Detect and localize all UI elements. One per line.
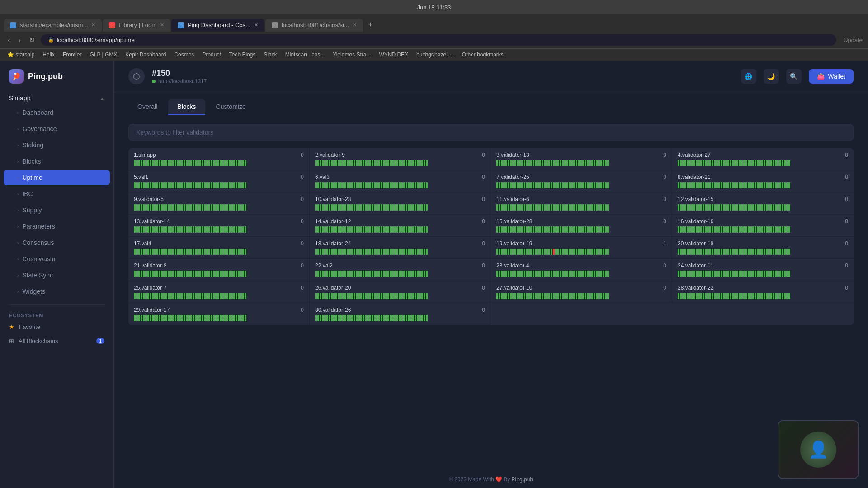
sidebar-item-blocks[interactable]: › Blocks xyxy=(4,154,110,169)
validator-cell[interactable]: 17.val40 xyxy=(128,237,310,259)
block-segment xyxy=(159,182,160,188)
validator-cell[interactable]: 5.val10 xyxy=(128,170,310,192)
validator-filter-input[interactable] xyxy=(128,124,854,141)
block-segment xyxy=(233,204,235,211)
browser-tab-3[interactable]: Ping Dashboard - Cos... ✕ xyxy=(171,19,264,32)
sidebar-item-parameters[interactable]: › Parameters xyxy=(4,219,110,234)
sidebar-item-widgets[interactable]: › Widgets xyxy=(4,284,110,299)
block-segment xyxy=(199,315,201,321)
validator-cell[interactable]: 8.validator-210 xyxy=(672,170,854,192)
validator-cell[interactable]: 29.validator-170 xyxy=(128,303,310,325)
sidebar-item-consensus[interactable]: › Consensus xyxy=(4,235,110,250)
browser-tab-1[interactable]: starship/examples/cosm... ✕ xyxy=(4,19,102,32)
validator-cell[interactable]: 21.validator-80 xyxy=(128,259,310,281)
validator-cell[interactable]: 24.validator-110 xyxy=(672,259,854,281)
translate-button[interactable]: 🌐 xyxy=(741,69,756,84)
sidebar-item-ibc[interactable]: › IBC xyxy=(4,186,110,202)
tab-close-4[interactable]: ✕ xyxy=(353,22,357,28)
sidebar-item-favorite[interactable]: ★ Favorite xyxy=(0,320,113,334)
bm-frontier[interactable]: Frontier xyxy=(61,51,83,59)
block-segment xyxy=(700,160,702,166)
sidebar-item-uptime[interactable]: › Uptime xyxy=(4,170,110,185)
bm-wynd[interactable]: WYND DEX xyxy=(377,51,410,59)
block-segment xyxy=(213,315,215,321)
block-segment xyxy=(573,182,575,188)
validator-cell[interactable]: 19.validator-191 xyxy=(491,237,672,259)
bm-other[interactable]: Other bookmarks xyxy=(460,51,505,59)
bm-yieldmos[interactable]: Yieldmos Stra... xyxy=(331,51,373,59)
bm-glp[interactable]: GLP | GMX xyxy=(88,51,119,59)
sidebar-item-supply[interactable]: › Supply xyxy=(4,202,110,218)
reload-button[interactable]: ↻ xyxy=(27,35,37,45)
validator-cell[interactable]: 11.validator-60 xyxy=(491,192,672,215)
block-segment xyxy=(553,249,555,255)
sidebar-item-all-blockchains[interactable]: ⊞ All Blockchains 1 xyxy=(0,334,113,348)
validator-cell[interactable]: 7.validator-250 xyxy=(491,170,672,192)
block-segment xyxy=(172,160,174,166)
browser-tab-4[interactable]: localhost:8081/chains/si... ✕ xyxy=(265,19,363,32)
forward-button[interactable]: › xyxy=(16,35,23,45)
validator-cell[interactable]: 23.validator-40 xyxy=(491,259,672,281)
tab-close-2[interactable]: ✕ xyxy=(160,22,164,28)
block-segment xyxy=(392,182,394,188)
block-segment xyxy=(335,160,337,166)
block-segment xyxy=(757,293,759,299)
bm-mintscan[interactable]: Mintscan - cos... xyxy=(283,51,326,59)
sidebar-section-simapp[interactable]: Simapp ▲ xyxy=(0,92,113,104)
bm-buchgr[interactable]: buchgr/bazel-... xyxy=(415,51,456,59)
validator-cell[interactable]: 13.validator-140 xyxy=(128,215,310,237)
block-segment xyxy=(775,226,777,233)
validator-cell[interactable]: 18.validator-240 xyxy=(310,237,491,259)
validator-cell[interactable]: 14.validator-120 xyxy=(310,215,491,237)
validator-cell[interactable]: 6.val30 xyxy=(310,170,491,192)
tab-customize[interactable]: Customize xyxy=(207,99,255,115)
footer-link[interactable]: Ping.pub xyxy=(512,476,533,483)
search-button[interactable]: 🔍 xyxy=(786,69,802,84)
url-box[interactable]: 🔒 localhost:8080/simapp/uptime xyxy=(41,34,836,46)
sidebar-item-state-sync[interactable]: › State Sync xyxy=(4,267,110,283)
validator-cell[interactable]: 16.validator-160 xyxy=(672,215,854,237)
bm-techblogs[interactable]: Tech Blogs xyxy=(227,51,258,59)
validator-cell[interactable]: 12.validator-150 xyxy=(672,192,854,215)
validator-cell[interactable]: 20.validator-180 xyxy=(672,237,854,259)
tab-overall[interactable]: Overall xyxy=(128,99,166,115)
validator-cell[interactable]: 3.validator-130 xyxy=(491,148,672,170)
bm-keplr[interactable]: Keplr Dashboard xyxy=(123,51,168,59)
validator-cell[interactable]: 4.validator-270 xyxy=(672,148,854,170)
bm-product[interactable]: Product xyxy=(200,51,222,59)
sidebar-item-governance[interactable]: › Governance xyxy=(4,121,110,136)
validator-cell[interactable]: 26.validator-200 xyxy=(310,281,491,303)
theme-button[interactable]: 🌙 xyxy=(764,69,779,84)
video-overlay: 👤 xyxy=(778,420,859,479)
validator-cell[interactable]: 22.val20 xyxy=(310,259,491,281)
bm-slack[interactable]: Slack xyxy=(262,51,278,59)
block-segment xyxy=(412,293,414,299)
back-button[interactable]: ‹ xyxy=(5,35,12,45)
new-tab-button[interactable]: + xyxy=(364,17,377,32)
tab-blocks[interactable]: Blocks xyxy=(168,99,205,115)
validator-cell[interactable]: 28.validator-220 xyxy=(672,281,854,303)
block-segment xyxy=(496,182,498,188)
tab-close-1[interactable]: ✕ xyxy=(91,22,95,28)
validator-cell[interactable]: 30.validator-260 xyxy=(310,303,491,325)
update-button[interactable]: Update xyxy=(844,37,863,43)
browser-tab-2[interactable]: Library | Loom ✕ xyxy=(103,19,170,32)
sidebar-item-staking[interactable]: › Staking xyxy=(4,137,110,153)
wallet-button[interactable]: 👛 Wallet xyxy=(809,69,854,84)
validator-cell[interactable]: 2.validator-90 xyxy=(310,148,491,170)
block-segment xyxy=(598,271,600,277)
bm-cosmos[interactable]: Cosmos xyxy=(172,51,196,59)
validator-cell[interactable]: 1.simapp0 xyxy=(128,148,310,170)
validator-cell[interactable]: 10.validator-230 xyxy=(310,192,491,215)
bm-starship[interactable]: ⭐ starship xyxy=(5,51,36,59)
sidebar-item-cosmwasm[interactable]: › Cosmwasm xyxy=(4,251,110,267)
block-segment xyxy=(383,249,385,255)
sidebar-item-dashboard[interactable]: › Dashboard xyxy=(4,105,110,120)
bm-helix[interactable]: Helix xyxy=(41,51,57,59)
validator-cell[interactable]: 15.validator-280 xyxy=(491,215,672,237)
validator-cell[interactable]: 25.validator-70 xyxy=(128,281,310,303)
validator-cell[interactable]: 9.validator-50 xyxy=(128,192,310,215)
tab-close-3[interactable]: ✕ xyxy=(254,22,258,28)
block-segment xyxy=(190,249,192,255)
validator-cell[interactable]: 27.validator-100 xyxy=(491,281,672,303)
